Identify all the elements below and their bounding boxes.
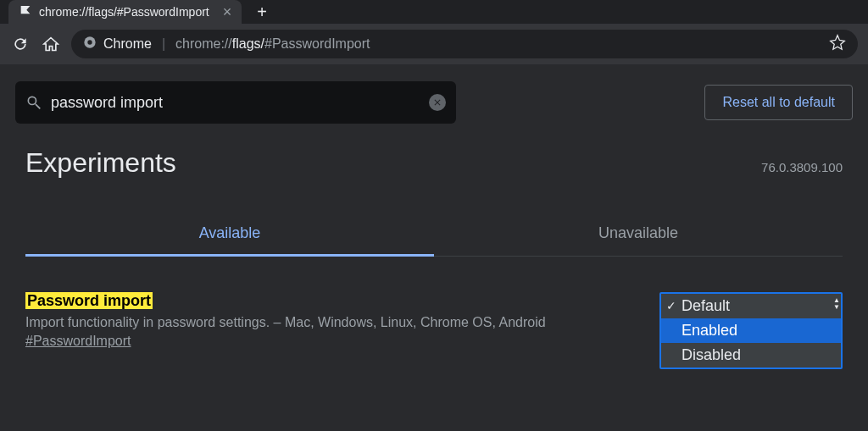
header-row: Experiments 76.0.3809.100 — [0, 141, 868, 189]
bookmark-icon[interactable] — [829, 34, 846, 54]
option-default[interactable]: ✓ Default — [661, 294, 841, 318]
tab-bar: Available Unavailable — [25, 213, 843, 257]
search-icon — [25, 94, 42, 111]
new-tab-button[interactable]: + — [257, 3, 267, 22]
svg-point-1 — [87, 40, 92, 44]
home-button[interactable] — [41, 34, 61, 54]
tab-title: chrome://flags/#PasswordImport — [39, 5, 209, 19]
flag-description: Import functionality in password setting… — [25, 315, 643, 330]
omnibox[interactable]: Chrome | chrome://flags/#PasswordImport — [71, 30, 858, 58]
url-separator: | — [162, 36, 165, 52]
search-input[interactable] — [51, 94, 420, 112]
browser-tab[interactable]: chrome://flags/#PasswordImport × — [8, 0, 242, 24]
tab-unavailable[interactable]: Unavailable — [434, 213, 843, 256]
dropdown-options: ✓ Default Enabled Disabled — [661, 294, 841, 367]
toolbar: Chrome | chrome://flags/#PasswordImport — [0, 24, 868, 64]
reload-button[interactable] — [10, 34, 31, 54]
chrome-icon — [83, 36, 97, 52]
url-scheme: Chrome — [103, 36, 152, 52]
page-content: Reset all to default Experiments 76.0.38… — [0, 64, 868, 431]
close-icon[interactable]: × — [223, 3, 232, 21]
option-enabled[interactable]: Enabled — [661, 318, 841, 343]
option-label: Default — [682, 297, 730, 314]
option-disabled[interactable]: Disabled — [661, 343, 841, 367]
clear-search-icon[interactable] — [429, 94, 446, 111]
flag-row: Password import Import functionality in … — [0, 257, 868, 349]
tab-strip: chrome://flags/#PasswordImport × + — [0, 0, 868, 24]
flag-title: Password import — [25, 292, 153, 309]
version-label: 76.0.3809.100 — [761, 160, 843, 174]
option-label: Disabled — [682, 346, 741, 363]
tab-available[interactable]: Available — [25, 213, 434, 257]
flag-search-box — [15, 81, 456, 124]
option-label: Enabled — [682, 322, 737, 339]
flag-hash-link[interactable]: #PasswordImport — [25, 334, 131, 349]
search-row: Reset all to default — [0, 64, 868, 141]
flag-dropdown: ▲▼ ✓ Default Enabled Disabled — [659, 292, 843, 369]
flag-icon — [19, 4, 32, 20]
page-title: Experiments — [25, 147, 176, 179]
check-icon: ✓ — [666, 299, 676, 312]
url-text: chrome://flags/#PasswordImport — [175, 36, 370, 52]
flag-text: Password import Import functionality in … — [25, 292, 643, 349]
reset-all-button[interactable]: Reset all to default — [704, 85, 853, 120]
